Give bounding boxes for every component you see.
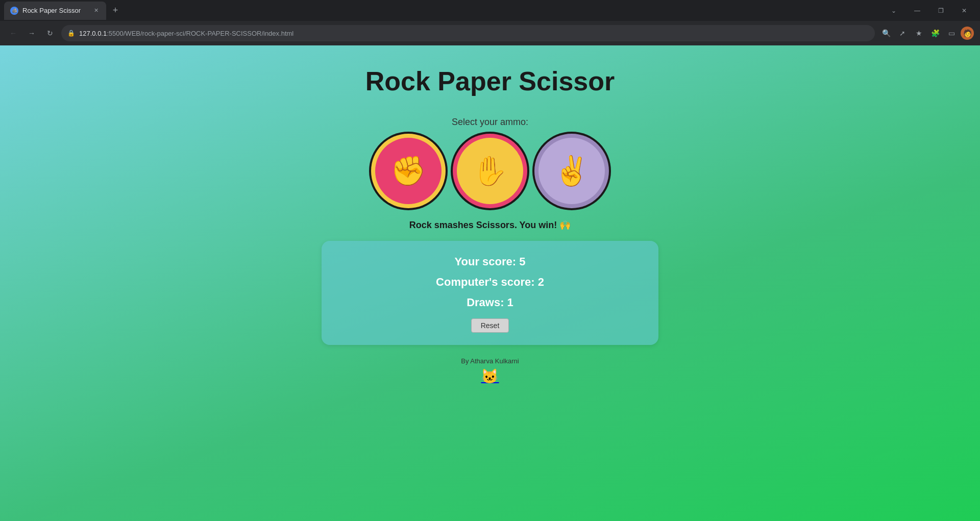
footer: By Atharva Kulkarni 🐱 — [461, 357, 519, 385]
rock-button[interactable]: ✊ — [375, 138, 442, 204]
browser-chrome: 🪨 Rock Paper Scissor ✕ + ⌄ — ❐ ✕ ← → ↻ 🔒… — [0, 0, 980, 45]
draws: Draws: 1 — [352, 296, 628, 309]
page-content: Rock Paper Scissor Select your ammo: ✊ ✋… — [0, 45, 980, 521]
github-link[interactable]: 🐱 — [461, 368, 519, 385]
lock-icon: 🔒 — [67, 30, 75, 37]
your-score: Your score: 5 — [352, 255, 628, 268]
scissors-button[interactable]: ✌️ — [538, 138, 605, 204]
url-dim: :5500/WEB/rock-paper-sci/ROCK-PAPER-SCIS… — [107, 30, 293, 37]
minimize-button[interactable]: — — [905, 0, 929, 21]
reset-button[interactable]: Reset — [471, 318, 509, 333]
computer-score: Computer's score: 2 — [352, 276, 628, 289]
tab-favicon: 🪨 — [10, 7, 18, 15]
url-bar[interactable]: 🔒 127.0.0.1:5500/WEB/rock-paper-sci/ROCK… — [61, 25, 875, 41]
url-text: 127.0.0.1:5500/WEB/rock-paper-sci/ROCK-P… — [79, 30, 869, 37]
bookmark-icon[interactable]: ★ — [912, 26, 926, 40]
new-tab-button[interactable]: + — [108, 4, 122, 18]
toolbar-icons: 🔍 ➚ ★ 🧩 ▭ 🧑 — [879, 26, 974, 40]
active-tab[interactable]: 🪨 Rock Paper Scissor ✕ — [4, 2, 106, 20]
reload-button[interactable]: ↻ — [43, 26, 57, 40]
window-controls: ⌄ — ❐ ✕ — [882, 0, 976, 21]
profile-avatar[interactable]: 🧑 — [961, 27, 974, 40]
search-icon[interactable]: 🔍 — [879, 26, 893, 40]
close-button[interactable]: ✕ — [952, 0, 976, 21]
sidebar-icon[interactable]: ▭ — [944, 26, 959, 40]
tab-close-button[interactable]: ✕ — [92, 7, 100, 15]
choices-container: ✊ ✋ ✌️ — [375, 138, 605, 204]
github-icon: 🐱 — [461, 368, 519, 385]
paper-button[interactable]: ✋ — [457, 138, 523, 204]
address-bar: ← → ↻ 🔒 127.0.0.1:5500/WEB/rock-paper-sc… — [0, 21, 980, 45]
tab-bar: 🪨 Rock Paper Scissor ✕ + ⌄ — ❐ ✕ — [0, 0, 980, 21]
game-title: Rock Paper Scissor — [365, 66, 615, 96]
scoreboard: Your score: 5 Computer's score: 2 Draws:… — [322, 241, 658, 345]
url-highlight: 127.0.0.1 — [79, 30, 107, 37]
forward-button[interactable]: → — [24, 26, 39, 40]
share-icon[interactable]: ➚ — [895, 26, 910, 40]
maximize-button[interactable]: ❐ — [929, 0, 952, 21]
footer-by-text: By Atharva Kulkarni — [461, 357, 519, 365]
tab-title: Rock Paper Scissor — [22, 7, 88, 14]
result-text: Rock smashes Scissors. You win! 🙌 — [409, 219, 571, 231]
extensions-icon[interactable]: 🧩 — [928, 26, 942, 40]
tab-search-button[interactable]: ⌄ — [882, 0, 905, 21]
back-button[interactable]: ← — [6, 26, 20, 40]
select-label: Select your ammo: — [452, 117, 528, 128]
